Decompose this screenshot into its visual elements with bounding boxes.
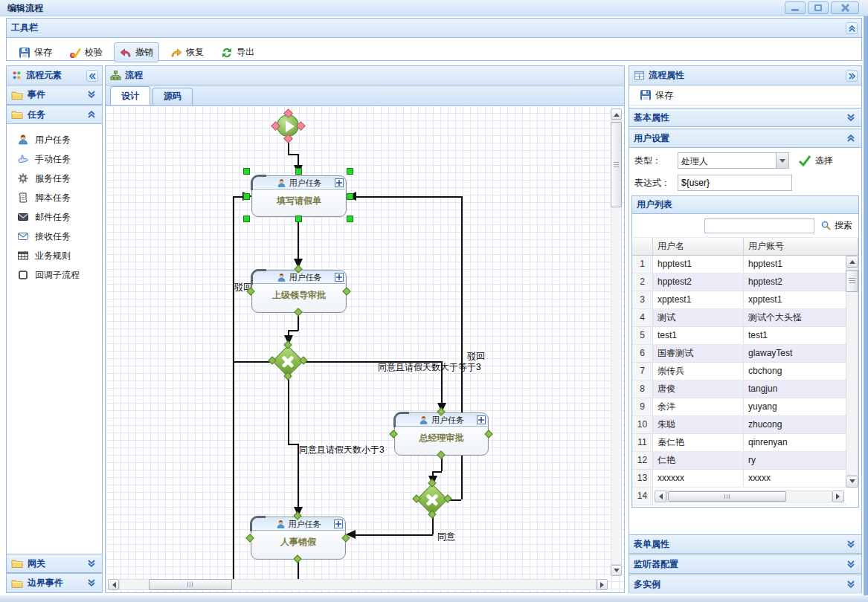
expand-plus-button[interactable]: [477, 415, 486, 424]
scroll-thumb[interactable]: [611, 122, 622, 207]
validate-button[interactable]: 校验: [63, 42, 109, 62]
maximize-button[interactable]: [808, 1, 829, 14]
username-cell: xpptest1: [653, 291, 744, 308]
table-row[interactable]: 14: [632, 488, 846, 505]
selection-handle[interactable]: [347, 168, 353, 175]
palette-item-call-activity[interactable]: 回调子流程: [7, 265, 102, 285]
section-events[interactable]: 事件: [7, 85, 102, 105]
minimize-button[interactable]: [785, 1, 806, 14]
select-button[interactable]: 选择: [798, 155, 833, 167]
properties-save-button[interactable]: 保存: [635, 87, 678, 104]
list-vscrollbar[interactable]: [846, 256, 858, 488]
expand-plus-button[interactable]: [335, 178, 344, 187]
table-row[interactable]: 9余洋yuyang: [632, 398, 846, 416]
col-username[interactable]: 用户名: [653, 238, 744, 255]
username-cell: hpptest1: [653, 256, 744, 273]
section-multi-instance[interactable]: 多实例: [629, 575, 861, 594]
section-basic-properties[interactable]: 基本属性: [629, 108, 861, 127]
section-boundary-events[interactable]: 边界事件: [7, 573, 102, 592]
selection-handle[interactable]: [347, 193, 353, 200]
expand-plus-button[interactable]: [335, 273, 344, 282]
col-account[interactable]: 用户账号: [744, 238, 858, 255]
expression-input[interactable]: [678, 175, 792, 191]
window-controls: [785, 1, 859, 14]
scroll-thumb[interactable]: [846, 270, 858, 292]
palette-collapse-button[interactable]: [86, 70, 98, 82]
scroll-down-button[interactable]: [846, 476, 858, 488]
table-row[interactable]: 2hpptest2hpptest2: [632, 274, 846, 291]
table-row[interactable]: 12仁艳ry: [632, 452, 846, 470]
selection-handle[interactable]: [243, 216, 250, 222]
list-hscrollbar[interactable]: [653, 488, 846, 505]
user-task-node-leader-approval[interactable]: 用户任务 上级领导审批: [251, 270, 347, 313]
section-listener-config[interactable]: 监听器配置: [629, 554, 861, 574]
palette-item-user-task[interactable]: 用户任务: [7, 130, 102, 149]
tab-source[interactable]: 源码: [152, 88, 193, 105]
save-button[interactable]: 保存: [13, 42, 58, 62]
user-task-node-hr-cancel-leave[interactable]: 用户任务 人事销假: [251, 517, 346, 560]
chevron-left-icon: [89, 72, 97, 80]
user-task-node-fill-leave-form[interactable]: 用户任务 填写请假单: [251, 175, 347, 217]
section-user-settings[interactable]: 用户设置: [629, 129, 861, 148]
export-button[interactable]: 导出: [215, 42, 260, 62]
table-row[interactable]: 6国睿测试glawayTest: [632, 345, 846, 363]
palette-item-mail-task[interactable]: 邮件任务: [7, 207, 102, 227]
scroll-up-button[interactable]: [611, 109, 622, 120]
palette-item-business-rule[interactable]: 业务规则: [7, 246, 102, 265]
table-row[interactable]: 4测试测试个大头怪: [632, 309, 846, 327]
table-row[interactable]: 13xxxxxxxxxxx: [632, 470, 846, 488]
table-row[interactable]: 1hpptest1hpptest1: [632, 256, 846, 274]
selection-handle[interactable]: [243, 168, 250, 175]
table-row[interactable]: 3xpptest1xpptest1: [632, 291, 846, 309]
expand-plus-button[interactable]: [334, 520, 343, 528]
flow-canvas[interactable]: 驳回 驳回 同意且请假天数大于等于3 同意且请假天数小于3 同意 用户任务 填写…: [106, 106, 624, 592]
user-search-input[interactable]: [704, 219, 814, 233]
scroll-right-button[interactable]: [597, 579, 608, 590]
scroll-down-button[interactable]: [611, 565, 622, 576]
selection-handle[interactable]: [243, 193, 250, 200]
scroll-right-button[interactable]: [832, 491, 844, 502]
section-form-properties[interactable]: 表单属性: [629, 534, 861, 554]
selection-handle[interactable]: [347, 216, 353, 222]
canvas-hscrollbar[interactable]: [108, 579, 608, 590]
table-row[interactable]: 10朱聪zhucong: [632, 416, 846, 434]
script-task-icon: [17, 192, 29, 204]
palette-item-service-task[interactable]: 服务任务: [7, 169, 102, 188]
scroll-thumb[interactable]: [668, 491, 786, 502]
palette-item-manual-task[interactable]: 手动任务: [7, 149, 102, 169]
section-gateway[interactable]: 网关: [7, 554, 102, 573]
scroll-thumb[interactable]: [149, 579, 232, 590]
username-cell: 国睿测试: [653, 345, 744, 362]
username-cell: 崇传兵: [653, 363, 744, 380]
account-cell: zhucong: [744, 416, 846, 433]
selection-handle[interactable]: [295, 168, 302, 175]
close-button[interactable]: [831, 1, 859, 14]
table-row[interactable]: 5test1test1: [632, 327, 846, 345]
scroll-up-button[interactable]: [846, 256, 858, 268]
selection-handle[interactable]: [295, 216, 302, 222]
properties-expand-button[interactable]: [846, 70, 858, 82]
arrow-up-icon: [849, 257, 855, 264]
scroll-left-button[interactable]: [655, 491, 666, 502]
username-cell: 余洋: [653, 398, 744, 415]
undo-button[interactable]: 撤销: [114, 42, 159, 62]
toolbar-collapse-button[interactable]: [846, 22, 858, 34]
search-button[interactable]: 搜索: [820, 219, 852, 232]
table-row[interactable]: 11秦仁艳qinrenyan: [632, 434, 846, 452]
redo-button[interactable]: 恢复: [164, 42, 210, 62]
tab-design[interactable]: 设计: [110, 86, 150, 105]
palette-item-script-task[interactable]: 脚本任务: [7, 188, 102, 207]
palette-item-receive-task[interactable]: 接收任务: [7, 227, 102, 246]
scroll-left-button[interactable]: [108, 579, 119, 590]
user-task-node-gm-approval[interactable]: 用户任务 总经理审批: [394, 412, 489, 456]
table-row[interactable]: 7崇传兵cbchong: [632, 363, 846, 381]
canvas-vscrollbar[interactable]: [611, 109, 622, 576]
type-combobox[interactable]: 处理人: [678, 152, 789, 169]
account-cell: ry: [744, 452, 846, 469]
row-number-cell: 12: [632, 452, 653, 469]
flow-connector: [432, 471, 442, 473]
combo-dropdown-button[interactable]: [776, 153, 788, 168]
table-row[interactable]: 8唐俊tangjun: [632, 381, 846, 398]
section-tasks[interactable]: 任务: [7, 105, 102, 124]
row-number-cell: 6: [632, 345, 653, 362]
